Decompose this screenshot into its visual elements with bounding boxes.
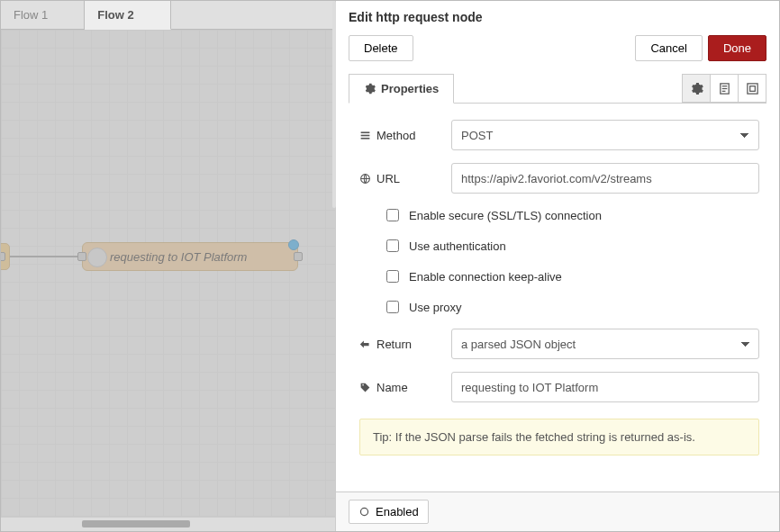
prev-node[interactable] <box>1 243 10 270</box>
svg-rect-7 <box>361 134 370 136</box>
url-input[interactable] <box>451 163 759 194</box>
tip-box: Tip: If the JSON parse fails the fetched… <box>359 419 759 455</box>
enabled-toggle[interactable]: Enabled <box>349 500 429 524</box>
ssl-checkbox[interactable] <box>386 209 399 221</box>
flow-canvas[interactable]: requesting to IOT Platform <box>1 30 335 517</box>
tab-docs-icon[interactable] <box>710 74 739 103</box>
wire <box>10 256 82 257</box>
keepalive-checkbox[interactable] <box>386 270 399 283</box>
properties-tab-label: Properties <box>381 82 439 95</box>
ssl-label: Enable secure (SSL/TLS) connection <box>409 209 602 222</box>
node-port-in[interactable] <box>77 252 86 261</box>
changed-indicator-icon <box>288 239 299 250</box>
return-label: Return <box>376 338 412 351</box>
keepalive-label: Enable connection keep-alive <box>409 270 562 284</box>
circle-icon <box>358 506 370 518</box>
enabled-label: Enabled <box>376 505 419 518</box>
gear-icon <box>364 83 376 95</box>
svg-rect-4 <box>747 83 757 93</box>
svg-rect-6 <box>361 131 370 133</box>
auth-label: Use authentication <box>409 239 506 253</box>
canvas-overlay <box>1 30 335 517</box>
cancel-button[interactable]: Cancel <box>635 35 702 61</box>
globe-icon <box>87 248 107 267</box>
http-request-node[interactable]: requesting to IOT Platform <box>82 242 298 271</box>
auth-checkbox-row[interactable]: Use authentication <box>359 237 759 255</box>
svg-rect-8 <box>361 137 370 139</box>
horizontal-scrollbar[interactable] <box>1 517 335 531</box>
tab-properties[interactable]: Properties <box>349 74 454 104</box>
proxy-checkbox[interactable] <box>386 301 399 313</box>
name-input[interactable] <box>451 372 759 402</box>
svg-rect-5 <box>749 86 755 91</box>
return-arrow-icon <box>359 338 371 350</box>
tab-flow-2[interactable]: Flow 2 <box>85 1 170 30</box>
return-select[interactable]: a parsed JSON object <box>451 329 759 359</box>
proxy-checkbox-row[interactable]: Use proxy <box>359 298 759 316</box>
node-label: requesting to IOT Platform <box>110 250 247 264</box>
name-label: Name <box>376 381 408 394</box>
auth-checkbox[interactable] <box>386 239 399 252</box>
list-icon <box>359 130 371 141</box>
delete-button[interactable]: Delete <box>349 35 413 61</box>
url-label: URL <box>376 172 400 185</box>
proxy-label: Use proxy <box>409 301 462 314</box>
method-select[interactable]: POST <box>451 120 759 150</box>
done-button[interactable]: Done <box>708 35 766 61</box>
node-port-out[interactable] <box>294 252 303 261</box>
panel-title: Edit http request node <box>336 1 779 35</box>
tag-icon <box>359 382 371 393</box>
svg-point-10 <box>360 508 367 515</box>
keepalive-checkbox-row[interactable]: Enable connection keep-alive <box>359 267 759 285</box>
globe-icon <box>359 173 371 185</box>
tab-appearance-icon[interactable] <box>738 74 766 103</box>
ssl-checkbox-row[interactable]: Enable secure (SSL/TLS) connection <box>359 206 759 224</box>
tab-flow-1[interactable]: Flow 1 <box>1 1 85 29</box>
method-label: Method <box>376 129 415 142</box>
workspace-tabs: Flow 1 Flow 2 <box>1 1 335 30</box>
tab-settings-icon[interactable] <box>682 74 711 103</box>
